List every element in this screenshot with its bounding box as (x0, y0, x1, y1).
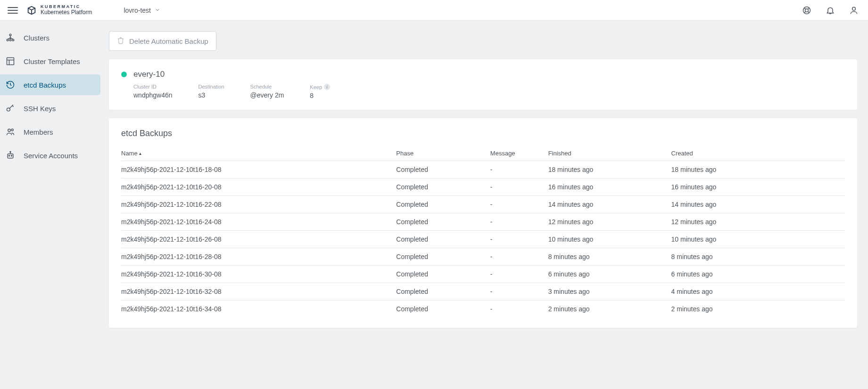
kubermatic-logo-icon (26, 5, 37, 16)
field-value: wndphgw46n (133, 91, 173, 99)
field-value: @every 2m (250, 91, 284, 99)
cell-message: - (490, 300, 548, 318)
user-icon[interactable] (848, 5, 860, 16)
cell-phase: Completed (396, 266, 490, 283)
summary-cluster-id: Cluster ID wndphgw46n (133, 84, 173, 99)
svg-line-5 (808, 11, 810, 13)
backups-table: Name▴ Phase Message Finished Created m2k… (121, 145, 845, 317)
cell-created: 10 minutes ago (671, 231, 845, 248)
cell-message: - (490, 161, 548, 178)
svg-point-3 (805, 8, 809, 12)
svg-point-9 (9, 34, 11, 36)
svg-point-16 (7, 108, 10, 111)
cell-phase: Completed (396, 213, 490, 231)
column-header-finished[interactable]: Finished (548, 145, 671, 161)
column-header-created[interactable]: Created (671, 145, 845, 161)
sidebar-item-cluster-templates[interactable]: Cluster Templates (0, 51, 100, 72)
field-value: 8 (310, 92, 330, 99)
help-icon[interactable] (801, 5, 812, 16)
brand-logo[interactable]: KUBERMATIC Kubernetes Platform (26, 5, 92, 15)
svg-point-21 (11, 155, 12, 156)
menu-toggle-button[interactable] (5, 4, 21, 16)
cell-finished: 3 minutes ago (548, 283, 671, 300)
cell-name: m2k49hj56p-2021-12-10t16-32-08 (121, 283, 396, 300)
cell-phase: Completed (396, 283, 490, 300)
topbar-actions (801, 5, 860, 16)
cell-name: m2k49hj56p-2021-12-10t16-30-08 (121, 266, 396, 283)
column-header-message[interactable]: Message (490, 145, 548, 161)
table-title: etcd Backups (121, 129, 845, 138)
svg-line-7 (808, 8, 810, 9)
cell-created: 4 minutes ago (671, 283, 845, 300)
sidebar-item-members[interactable]: Members (0, 122, 100, 142)
sidebar-item-ssh-keys[interactable]: SSH Keys (0, 98, 100, 119)
cell-phase: Completed (396, 248, 490, 266)
brand-text: KUBERMATIC Kubernetes Platform (41, 5, 92, 15)
summary-destination: Destination s3 (198, 84, 224, 99)
table-row[interactable]: m2k49hj56p-2021-12-10t16-26-08Completed-… (121, 231, 845, 248)
project-name: lovro-test (124, 7, 151, 14)
templates-icon (6, 57, 15, 66)
table-row[interactable]: m2k49hj56p-2021-12-10t16-28-08Completed-… (121, 248, 845, 266)
column-header-phase[interactable]: Phase (396, 145, 490, 161)
cell-name: m2k49hj56p-2021-12-10t16-24-08 (121, 213, 396, 231)
brand-bottom: Kubernetes Platform (41, 9, 92, 16)
status-dot-icon (121, 72, 127, 77)
cell-finished: 2 minutes ago (548, 300, 671, 318)
sidebar-item-label: Service Accounts (24, 152, 78, 160)
cell-phase: Completed (396, 161, 490, 178)
table-row[interactable]: m2k49hj56p-2021-12-10t16-34-08Completed-… (121, 300, 845, 318)
sidebar-item-label: etcd Backups (24, 81, 66, 89)
cell-created: 16 minutes ago (671, 178, 845, 196)
cell-phase: Completed (396, 231, 490, 248)
table-row[interactable]: m2k49hj56p-2021-12-10t16-32-08Completed-… (121, 283, 845, 300)
table-row[interactable]: m2k49hj56p-2021-12-10t16-20-08Completed-… (121, 178, 845, 196)
sidebar-item-etcd-backups[interactable]: etcd Backups (0, 74, 100, 95)
table-row[interactable]: m2k49hj56p-2021-12-10t16-30-08Completed-… (121, 266, 845, 283)
history-icon (6, 80, 15, 89)
cell-phase: Completed (396, 178, 490, 196)
cell-created: 12 minutes ago (671, 213, 845, 231)
cell-finished: 14 minutes ago (548, 196, 671, 213)
delete-automatic-backup-button[interactable]: Delete Automatic Backup (109, 31, 216, 51)
topbar: KUBERMATIC Kubernetes Platform lovro-tes… (0, 0, 868, 21)
trash-icon (117, 37, 124, 46)
members-icon (6, 127, 15, 137)
field-value: s3 (198, 91, 224, 99)
info-icon[interactable]: i (324, 84, 330, 90)
backups-table-card: etcd Backups Name▴ Phase Message Finishe… (109, 118, 857, 328)
backup-name: every-10 (133, 70, 165, 79)
backup-summary-card: every-10 Cluster ID wndphgw46n Destinati… (109, 59, 857, 110)
cell-message: - (490, 196, 548, 213)
cell-name: m2k49hj56p-2021-12-10t16-22-08 (121, 196, 396, 213)
field-label: Keep i (310, 84, 330, 90)
cell-finished: 8 minutes ago (548, 248, 671, 266)
table-row[interactable]: m2k49hj56p-2021-12-10t16-24-08Completed-… (121, 213, 845, 231)
chevron-down-icon (155, 7, 160, 14)
cell-created: 2 minutes ago (671, 300, 845, 318)
cell-created: 18 minutes ago (671, 161, 845, 178)
sidebar: Clusters Cluster Templates etcd Backups … (0, 21, 100, 169)
sidebar-item-clusters[interactable]: Clusters (0, 27, 100, 48)
svg-point-11 (9, 39, 11, 41)
cell-name: m2k49hj56p-2021-12-10t16-18-08 (121, 161, 396, 178)
cell-finished: 10 minutes ago (548, 231, 671, 248)
svg-line-4 (804, 8, 805, 9)
table-row[interactable]: m2k49hj56p-2021-12-10t16-22-08Completed-… (121, 196, 845, 213)
cell-name: m2k49hj56p-2021-12-10t16-34-08 (121, 300, 396, 318)
sidebar-item-service-accounts[interactable]: Service Accounts (0, 145, 100, 166)
notifications-icon[interactable] (825, 5, 836, 16)
svg-point-18 (11, 129, 13, 131)
table-row[interactable]: m2k49hj56p-2021-12-10t16-18-08Completed-… (121, 161, 845, 178)
svg-rect-13 (7, 58, 14, 65)
cell-message: - (490, 266, 548, 283)
cell-finished: 12 minutes ago (548, 213, 671, 231)
project-selector[interactable]: lovro-test (124, 7, 160, 14)
cell-name: m2k49hj56p-2021-12-10t16-28-08 (121, 248, 396, 266)
cell-finished: 18 minutes ago (548, 161, 671, 178)
cell-message: - (490, 178, 548, 196)
cell-phase: Completed (396, 300, 490, 318)
column-header-name[interactable]: Name▴ (121, 145, 396, 161)
cell-created: 6 minutes ago (671, 266, 845, 283)
sidebar-item-label: Cluster Templates (24, 57, 80, 65)
